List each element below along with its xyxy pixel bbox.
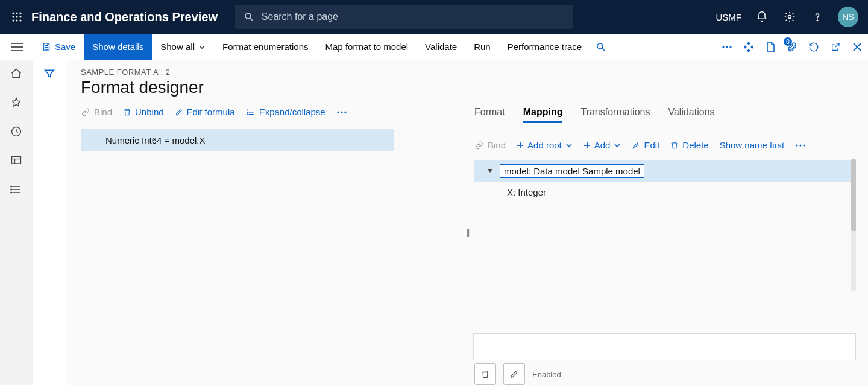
left-rail	[0, 60, 33, 385]
overflow-icon[interactable]	[716, 34, 738, 60]
svg-rect-22	[747, 42, 750, 45]
svg-point-17	[597, 43, 603, 49]
svg-line-18	[602, 48, 605, 51]
refresh-icon[interactable]	[803, 34, 825, 60]
gear-icon[interactable]	[782, 10, 797, 24]
save-label: Save	[55, 42, 75, 52]
popout-icon[interactable]	[825, 34, 846, 60]
expand-label: Expand/collapse	[259, 107, 326, 117]
top-right: USMF NS	[715, 7, 863, 27]
filter-column	[33, 60, 66, 385]
scrollbar-thumb[interactable]	[851, 159, 856, 231]
tab-format[interactable]: Format	[474, 107, 505, 123]
global-search[interactable]: Search for a page	[235, 5, 573, 29]
filter-icon[interactable]	[43, 68, 55, 385]
delete-button[interactable]: Delete	[670, 140, 708, 150]
recent-icon[interactable]	[9, 124, 24, 139]
app-launcher-icon[interactable]	[5, 5, 29, 29]
mapping-tree-child[interactable]: X: Integer	[474, 183, 856, 201]
svg-point-42	[247, 112, 248, 112]
right-scrollbar[interactable]	[851, 159, 856, 291]
svg-point-53	[804, 144, 805, 146]
edit-formula-button[interactable]: Edit formula	[175, 107, 235, 117]
svg-point-3	[12, 16, 14, 18]
show-all-button[interactable]: Show all	[152, 34, 214, 60]
performance-trace-button[interactable]: Performance trace	[499, 34, 590, 60]
svg-point-6	[12, 19, 14, 21]
map-format-button[interactable]: Map format to model	[317, 34, 417, 60]
right-panel: Format Mapping Transformations Validatio…	[468, 107, 856, 385]
footer: Enabled	[474, 360, 856, 385]
left-overflow-icon[interactable]	[336, 110, 347, 114]
format-enum-label: Format enumerations	[222, 42, 309, 52]
svg-point-1	[16, 12, 17, 14]
right-bind-label: Bind	[488, 140, 506, 150]
cmd-search-icon[interactable]	[590, 34, 612, 60]
expand-collapse-button[interactable]: Expand/collapse	[246, 107, 326, 117]
tab-validations[interactable]: Validations	[668, 107, 714, 123]
format-enumerations-button[interactable]: Format enumerations	[214, 34, 317, 60]
svg-point-8	[19, 19, 21, 21]
svg-line-10	[250, 18, 253, 21]
svg-point-7	[16, 19, 17, 21]
diamond-icon[interactable]	[738, 34, 760, 60]
edit-button[interactable]: Edit	[632, 140, 659, 150]
mapping-tree-root[interactable]: model: Data model Sample model	[474, 160, 856, 182]
bind-label: Bind	[94, 107, 112, 117]
bind-button: Bind	[81, 107, 112, 117]
favorite-icon[interactable]	[9, 95, 24, 110]
right-tabs: Format Mapping Transformations Validatio…	[474, 107, 856, 123]
validate-button[interactable]: Validate	[417, 34, 465, 60]
avatar[interactable]: NS	[838, 7, 858, 27]
mapping-child-label: X: Integer	[507, 187, 546, 197]
show-details-button[interactable]: Show details	[84, 34, 152, 60]
footer-edit-button[interactable]	[503, 363, 525, 385]
svg-rect-16	[45, 47, 48, 49]
svg-point-46	[344, 111, 346, 113]
svg-point-9	[245, 13, 251, 19]
badge-count: 0	[784, 37, 792, 46]
tab-transformations[interactable]: Transformations	[580, 107, 650, 123]
mapping-root-label: model: Data model Sample model	[500, 164, 644, 178]
show-name-first-button[interactable]: Show name first	[720, 140, 785, 150]
show-details-label: Show details	[92, 42, 143, 52]
attachments-icon[interactable]: 0	[781, 34, 803, 60]
format-tree-row-label: Numeric Int64 = model.X	[105, 135, 206, 145]
add-button[interactable]: Add	[583, 140, 621, 150]
save-button[interactable]: Save	[33, 34, 84, 60]
right-overflow-icon[interactable]	[795, 144, 806, 147]
unbind-label: Unbind	[135, 107, 164, 117]
svg-point-51	[796, 144, 798, 146]
splitter-handle[interactable]: ‖	[466, 228, 470, 237]
close-icon[interactable]	[846, 34, 868, 60]
svg-point-41	[247, 109, 248, 110]
svg-point-36	[11, 189, 12, 190]
main: SAMPLE FORMAT A : 2 Format designer Bind…	[0, 60, 868, 385]
help-icon[interactable]	[810, 10, 825, 24]
svg-point-0	[12, 12, 14, 14]
format-tree-row[interactable]: Numeric Int64 = model.X	[81, 129, 394, 151]
nav-toggle-icon[interactable]	[0, 42, 33, 52]
show-all-label: Show all	[160, 42, 195, 52]
svg-rect-23	[747, 49, 750, 52]
document-icon[interactable]	[760, 34, 781, 60]
collapse-icon[interactable]	[486, 167, 496, 174]
home-icon[interactable]	[9, 66, 24, 81]
company-label[interactable]: USMF	[715, 12, 741, 22]
run-button[interactable]: Run	[465, 34, 499, 60]
trash-icon	[123, 107, 131, 117]
bell-icon[interactable]	[755, 10, 769, 24]
svg-point-5	[19, 16, 21, 18]
workspace-icon[interactable]	[9, 153, 24, 168]
validate-label: Validate	[425, 42, 457, 52]
modules-icon[interactable]	[9, 182, 24, 197]
add-root-button[interactable]: Add root	[517, 140, 573, 150]
list-icon	[246, 108, 256, 116]
add-label: Add	[594, 140, 611, 150]
left-panel: Bind Unbind Edit formula Expand/collapse	[81, 107, 468, 385]
tab-mapping[interactable]: Mapping	[523, 107, 563, 123]
top-bar: Finance and Operations Preview Search fo…	[0, 0, 868, 34]
footer-delete-button[interactable]	[474, 363, 496, 385]
unbind-button[interactable]: Unbind	[123, 107, 164, 117]
search-placeholder: Search for a page	[262, 11, 338, 22]
